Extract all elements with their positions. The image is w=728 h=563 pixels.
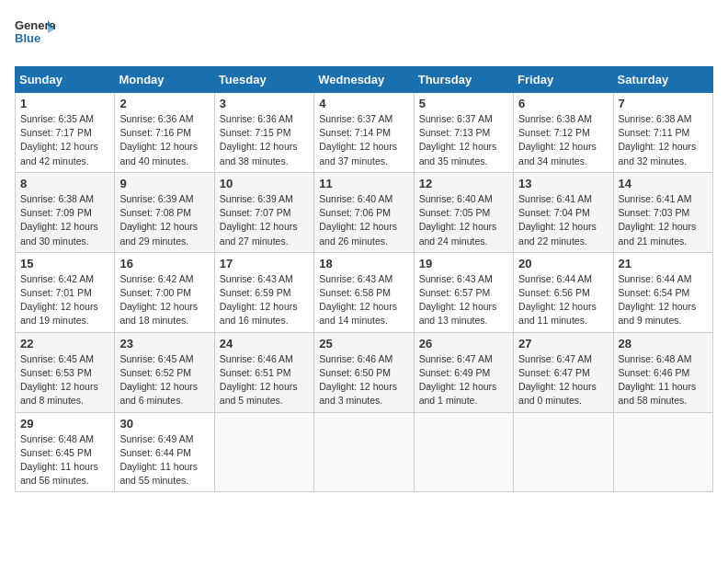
calendar-day-cell: 21Sunrise: 6:44 AMSunset: 6:54 PMDayligh… [613,252,712,332]
calendar-week-row: 22Sunrise: 6:45 AMSunset: 6:53 PMDayligh… [16,332,713,412]
day-number: 18 [319,257,408,270]
page-header: General Blue [15,15,713,55]
day-number: 19 [419,257,508,270]
day-number: 8 [20,177,109,190]
calendar-day-cell: 4Sunrise: 6:37 AMSunset: 7:14 PMDaylight… [314,93,414,173]
calendar-day-cell: 7Sunrise: 6:38 AMSunset: 7:11 PMDaylight… [613,93,712,173]
day-header-tuesday: Tuesday [214,67,313,93]
day-number: 6 [518,97,608,110]
day-info: Sunrise: 6:41 AMSunset: 7:03 PMDaylight:… [619,192,708,248]
day-number: 28 [619,337,708,350]
day-info: Sunrise: 6:38 AMSunset: 7:12 PMDaylight:… [518,112,608,168]
logo: General Blue [15,15,55,55]
calendar-day-cell: 16Sunrise: 6:42 AMSunset: 7:00 PMDayligh… [115,252,214,332]
day-number: 16 [119,257,209,270]
day-number: 9 [119,177,209,190]
calendar-day-cell: 30Sunrise: 6:49 AMSunset: 6:44 PMDayligh… [115,412,214,492]
calendar-day-cell: 23Sunrise: 6:45 AMSunset: 6:52 PMDayligh… [115,332,214,412]
day-info: Sunrise: 6:49 AMSunset: 6:44 PMDaylight:… [119,432,209,488]
calendar-day-cell: 13Sunrise: 6:41 AMSunset: 7:04 PMDayligh… [514,172,613,252]
day-info: Sunrise: 6:40 AMSunset: 7:05 PMDaylight:… [419,192,508,248]
calendar-day-cell: 29Sunrise: 6:48 AMSunset: 6:45 PMDayligh… [16,412,115,492]
day-info: Sunrise: 6:43 AMSunset: 6:58 PMDaylight:… [319,272,408,328]
calendar-day-cell: 27Sunrise: 6:47 AMSunset: 6:47 PMDayligh… [514,332,613,412]
day-header-sunday: Sunday [16,67,115,93]
day-number: 3 [220,97,309,110]
empty-cell [514,412,613,492]
svg-text:Blue: Blue [15,31,40,45]
calendar-day-cell: 2Sunrise: 6:36 AMSunset: 7:16 PMDaylight… [115,93,214,173]
day-number: 27 [518,337,608,350]
calendar-day-cell: 15Sunrise: 6:42 AMSunset: 7:01 PMDayligh… [16,252,115,332]
empty-cell [613,412,712,492]
day-number: 26 [419,337,508,350]
day-number: 15 [20,257,109,270]
day-number: 2 [119,97,209,110]
day-header-wednesday: Wednesday [314,67,414,93]
calendar-day-cell: 5Sunrise: 6:37 AMSunset: 7:13 PMDaylight… [414,93,513,173]
calendar-day-cell: 8Sunrise: 6:38 AMSunset: 7:09 PMDaylight… [16,172,115,252]
day-number: 1 [20,97,109,110]
day-info: Sunrise: 6:45 AMSunset: 6:53 PMDaylight:… [20,352,109,408]
day-number: 30 [119,417,209,431]
day-header-saturday: Saturday [613,67,712,93]
day-number: 11 [319,177,408,190]
calendar-day-cell: 9Sunrise: 6:39 AMSunset: 7:08 PMDaylight… [115,172,214,252]
day-info: Sunrise: 6:41 AMSunset: 7:04 PMDaylight:… [518,192,608,248]
calendar-day-cell: 22Sunrise: 6:45 AMSunset: 6:53 PMDayligh… [16,332,115,412]
day-number: 17 [220,257,309,270]
day-info: Sunrise: 6:44 AMSunset: 6:56 PMDaylight:… [518,272,608,328]
calendar-day-cell: 11Sunrise: 6:40 AMSunset: 7:06 PMDayligh… [314,172,414,252]
calendar-week-row: 1Sunrise: 6:35 AMSunset: 7:17 PMDaylight… [16,93,713,173]
calendar-day-cell: 3Sunrise: 6:36 AMSunset: 7:15 PMDaylight… [214,93,313,173]
day-number: 13 [518,177,608,190]
day-info: Sunrise: 6:42 AMSunset: 7:01 PMDaylight:… [20,272,109,328]
day-info: Sunrise: 6:42 AMSunset: 7:00 PMDaylight:… [119,272,209,328]
day-info: Sunrise: 6:38 AMSunset: 7:11 PMDaylight:… [619,112,708,168]
day-info: Sunrise: 6:36 AMSunset: 7:15 PMDaylight:… [220,112,309,168]
day-info: Sunrise: 6:44 AMSunset: 6:54 PMDaylight:… [619,272,708,328]
day-info: Sunrise: 6:47 AMSunset: 6:47 PMDaylight:… [518,352,608,408]
empty-cell [214,412,313,492]
day-header-monday: Monday [115,67,214,93]
day-number: 22 [20,337,109,350]
calendar-day-cell: 25Sunrise: 6:46 AMSunset: 6:50 PMDayligh… [314,332,414,412]
calendar-header-row: SundayMondayTuesdayWednesdayThursdayFrid… [16,67,713,93]
day-info: Sunrise: 6:46 AMSunset: 6:50 PMDaylight:… [319,352,408,408]
day-info: Sunrise: 6:47 AMSunset: 6:49 PMDaylight:… [419,352,508,408]
logo-svg: General Blue [15,15,55,55]
day-number: 29 [20,417,109,431]
day-header-thursday: Thursday [414,67,513,93]
calendar-day-cell: 10Sunrise: 6:39 AMSunset: 7:07 PMDayligh… [214,172,313,252]
day-info: Sunrise: 6:39 AMSunset: 7:08 PMDaylight:… [119,192,209,248]
day-info: Sunrise: 6:45 AMSunset: 6:52 PMDaylight:… [119,352,209,408]
calendar-day-cell: 28Sunrise: 6:48 AMSunset: 6:46 PMDayligh… [613,332,712,412]
day-info: Sunrise: 6:36 AMSunset: 7:16 PMDaylight:… [119,112,209,168]
day-number: 4 [319,97,408,110]
day-number: 7 [619,97,708,110]
calendar-day-cell: 6Sunrise: 6:38 AMSunset: 7:12 PMDaylight… [514,93,613,173]
calendar-day-cell: 1Sunrise: 6:35 AMSunset: 7:17 PMDaylight… [16,93,115,173]
day-number: 24 [220,337,309,350]
day-info: Sunrise: 6:39 AMSunset: 7:07 PMDaylight:… [220,192,309,248]
day-info: Sunrise: 6:43 AMSunset: 6:57 PMDaylight:… [419,272,508,328]
calendar-day-cell: 26Sunrise: 6:47 AMSunset: 6:49 PMDayligh… [414,332,513,412]
day-info: Sunrise: 6:40 AMSunset: 7:06 PMDaylight:… [319,192,408,248]
calendar-day-cell: 12Sunrise: 6:40 AMSunset: 7:05 PMDayligh… [414,172,513,252]
day-info: Sunrise: 6:48 AMSunset: 6:45 PMDaylight:… [20,432,109,488]
day-info: Sunrise: 6:48 AMSunset: 6:46 PMDaylight:… [619,352,708,408]
calendar-table: SundayMondayTuesdayWednesdayThursdayFrid… [15,66,713,492]
day-info: Sunrise: 6:46 AMSunset: 6:51 PMDaylight:… [220,352,309,408]
empty-cell [414,412,513,492]
day-number: 23 [119,337,209,350]
day-number: 10 [220,177,309,190]
calendar-week-row: 8Sunrise: 6:38 AMSunset: 7:09 PMDaylight… [16,172,713,252]
calendar-day-cell: 20Sunrise: 6:44 AMSunset: 6:56 PMDayligh… [514,252,613,332]
day-number: 12 [419,177,508,190]
day-info: Sunrise: 6:43 AMSunset: 6:59 PMDaylight:… [220,272,309,328]
day-number: 20 [518,257,608,270]
day-header-friday: Friday [514,67,613,93]
day-info: Sunrise: 6:37 AMSunset: 7:14 PMDaylight:… [319,112,408,168]
day-number: 14 [619,177,708,190]
calendar-day-cell: 18Sunrise: 6:43 AMSunset: 6:58 PMDayligh… [314,252,414,332]
